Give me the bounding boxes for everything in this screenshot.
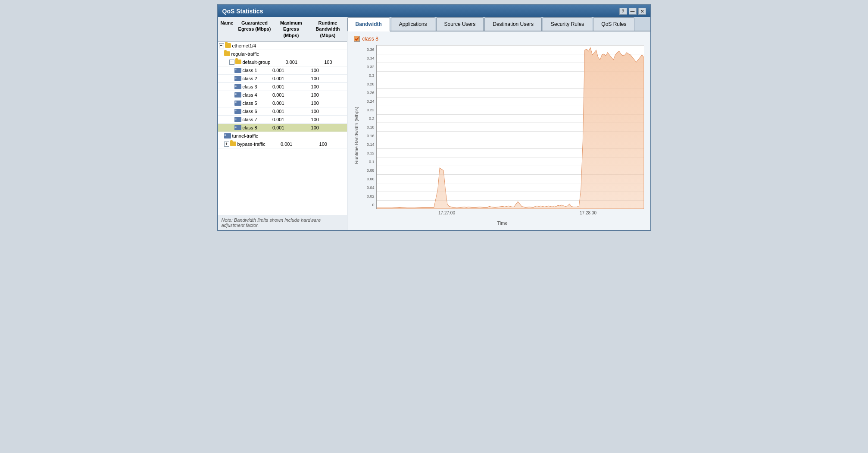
expand-icon[interactable]: −	[219, 43, 224, 48]
table-row[interactable]: − ethernet1/4	[218, 42, 347, 50]
row-label: class 8	[243, 125, 257, 130]
row-guaranteed	[258, 42, 297, 50]
row-name-cell: + bypass-traffic	[218, 140, 267, 148]
row-name-cell: class 1	[218, 66, 259, 74]
legend-row: class 8	[354, 36, 644, 42]
row-maximum: 100	[298, 124, 332, 132]
note-text: Note: Bandwidth limits shown include har…	[222, 217, 321, 228]
class-icon	[234, 117, 241, 122]
class-icon	[234, 84, 241, 89]
table-row[interactable]: class 1 0.001 100 0	[218, 66, 347, 75]
row-name-cell: class 2	[218, 75, 259, 82]
row-maximum	[297, 42, 331, 50]
row-label: ethernet1/4	[232, 43, 256, 48]
table-row[interactable]: tunnel-traffic	[218, 132, 347, 140]
y-axis-label: Runtime Bandwidth (Mbps)	[354, 45, 359, 226]
row-label: class 1	[243, 68, 257, 73]
class-icon	[234, 109, 241, 114]
row-guaranteed: 0.001	[259, 66, 298, 74]
row-guaranteed: 0.001	[259, 116, 298, 123]
row-runtime: 0.01	[332, 91, 347, 99]
chart-grid	[376, 45, 644, 209]
y-tick: 0.3	[361, 71, 375, 80]
chart-plot: 0 0.02 0.04 0.06 0.08 0.1 0.12 0.14 0.16…	[361, 45, 644, 209]
legend-checkbox[interactable]	[354, 36, 360, 42]
row-runtime: 0.36	[345, 58, 347, 66]
tab-destination-users[interactable]: Destination Users	[484, 17, 542, 31]
tab-source-users[interactable]: Source Users	[436, 17, 484, 31]
tree-body: − ethernet1/4 regular-traffic	[218, 42, 347, 215]
table-row[interactable]: class 4 0.001 100 0.01	[218, 91, 347, 99]
chart-area: class 8 Runtime Bandwidth (Mbps) 0 0.02 …	[347, 31, 650, 230]
main-window: QoS Statistics ? — ✕ Name Guaranteed Egr…	[217, 4, 651, 231]
class-icon	[234, 68, 241, 73]
row-name-cell: class 4	[218, 91, 259, 99]
chart-svg	[377, 45, 644, 209]
row-guaranteed: 0.001	[259, 107, 298, 115]
y-tick: 0.16	[361, 132, 375, 140]
chart-inner: 0 0.02 0.04 0.06 0.08 0.1 0.12 0.14 0.16…	[361, 45, 644, 226]
window-title: QoS Statistics	[222, 8, 263, 15]
y-tick: 0.28	[361, 80, 375, 88]
row-label: class 7	[243, 117, 257, 122]
expand-icon[interactable]: +	[224, 142, 229, 147]
row-runtime: 0	[340, 140, 347, 148]
expand-icon[interactable]: −	[229, 60, 234, 65]
table-row[interactable]: class 5 0.001 100 0	[218, 99, 347, 107]
row-guaranteed: 0.001	[267, 140, 306, 148]
y-tick: 0.06	[361, 175, 375, 183]
help-button[interactable]: ?	[619, 8, 627, 15]
row-name-cell: regular-traffic	[218, 50, 261, 58]
row-runtime: 0	[332, 99, 347, 107]
class-icon	[234, 76, 241, 81]
table-row[interactable]: class 8 0.001 100 0.35	[218, 124, 347, 132]
y-tick: 0.18	[361, 123, 375, 132]
tab-qos-rules[interactable]: QoS Rules	[593, 17, 634, 31]
tab-applications[interactable]: Applications	[391, 17, 435, 31]
row-name-cell: class 5	[218, 99, 259, 107]
class-icon	[234, 92, 241, 98]
y-tick: 0.24	[361, 97, 375, 106]
row-runtime: 0.35	[332, 124, 347, 132]
folder-icon	[235, 60, 241, 64]
close-button[interactable]: ✕	[638, 8, 646, 15]
tab-security-rules[interactable]: Security Rules	[543, 17, 592, 31]
tabs-bar: Bandwidth Applications Source Users Dest…	[347, 17, 650, 31]
row-runtime	[331, 42, 347, 50]
row-maximum: 100	[298, 75, 332, 82]
table-row[interactable]: class 6 0.001 100 0	[218, 107, 347, 116]
row-maximum	[299, 132, 333, 140]
table-row[interactable]: class 7 0.001 100 0	[218, 116, 347, 124]
row-maximum: 100	[298, 83, 332, 91]
col-maximum: Maximum Egress (Mbps)	[274, 19, 308, 39]
col-runtime: Runtime Bandwidth (Mbps)	[308, 19, 347, 39]
minimize-button[interactable]: —	[629, 8, 637, 15]
tree-header: Name Guaranteed Egress (Mbps) Maximum Eg…	[218, 17, 347, 42]
table-row[interactable]: − default-group 0.001 100 0.36	[218, 58, 347, 66]
row-maximum: 100	[298, 116, 332, 123]
y-tick: 0.1	[361, 157, 375, 166]
row-maximum: 100	[306, 140, 340, 148]
row-name-cell: class 8	[218, 124, 259, 132]
row-name-cell: class 7	[218, 116, 259, 123]
chart-area-fill	[377, 48, 644, 209]
table-row[interactable]: class 2 0.001 100 0	[218, 75, 347, 83]
row-guaranteed: 0.001	[259, 99, 298, 107]
y-tick: 0.14	[361, 140, 375, 149]
folder-icon	[230, 142, 236, 146]
table-row[interactable]: regular-traffic 0.36	[218, 50, 347, 58]
row-label: default-group	[243, 60, 271, 65]
tab-bandwidth[interactable]: Bandwidth	[347, 17, 390, 31]
title-bar-controls: ? — ✕	[619, 8, 646, 15]
row-runtime: 0.36	[334, 50, 347, 58]
row-maximum: 100	[298, 99, 332, 107]
table-row[interactable]: class 3 0.001 100 0	[218, 83, 347, 91]
table-row[interactable]: + bypass-traffic 0.001 100 0	[218, 140, 347, 148]
y-tick: 0.2	[361, 114, 375, 123]
row-maximum	[300, 50, 334, 58]
row-label: class 2	[243, 76, 257, 81]
row-maximum: 100	[311, 58, 345, 66]
x-axis-area: 17:27:00 17:28:00	[361, 211, 644, 219]
left-panel: Name Guaranteed Egress (Mbps) Maximum Eg…	[218, 17, 347, 230]
y-tick: 0.26	[361, 88, 375, 97]
